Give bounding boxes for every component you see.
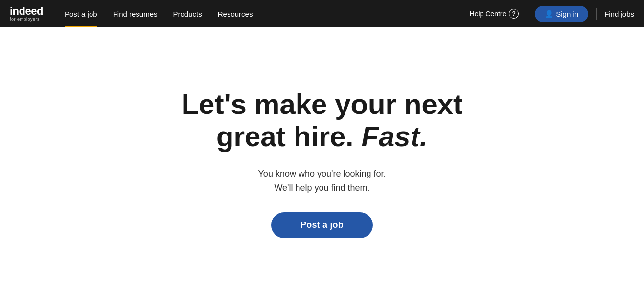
find-jobs-link[interactable]: Find jobs bbox=[604, 10, 634, 18]
divider bbox=[527, 8, 527, 20]
logo-sub: for employers bbox=[10, 17, 43, 22]
nav-link-products[interactable]: Products bbox=[165, 0, 210, 27]
help-centre-text: Help Centre bbox=[470, 10, 506, 18]
hero-subtitle-line2: We'll help you find them. bbox=[274, 183, 369, 193]
navbar-left: indeed for employers Post a job Find res… bbox=[10, 0, 260, 27]
post-job-button[interactable]: Post a job bbox=[271, 212, 373, 238]
nav-link-find-resumes[interactable]: Find resumes bbox=[105, 0, 165, 27]
help-icon: ? bbox=[509, 9, 519, 19]
person-icon: 👤 bbox=[545, 10, 553, 18]
navbar-right: Help Centre ? 👤 Sign in Find jobs bbox=[470, 6, 634, 22]
help-centre-link[interactable]: Help Centre ? bbox=[470, 9, 519, 19]
hero-subtitle-line1: You know who you're looking for. bbox=[258, 169, 386, 178]
divider-2 bbox=[596, 8, 597, 20]
hero-title-line2-normal: great hire. bbox=[216, 120, 353, 152]
logo-text: indeed bbox=[10, 6, 43, 17]
hero-section: Let's make your next great hire. Fast. Y… bbox=[0, 27, 644, 289]
nav-link-resources[interactable]: Resources bbox=[210, 0, 261, 27]
logo[interactable]: indeed for employers bbox=[10, 6, 43, 22]
hero-title-line1: Let's make your next bbox=[182, 88, 463, 120]
navbar: indeed for employers Post a job Find res… bbox=[0, 0, 644, 27]
hero-subtitle: You know who you're looking for. We'll h… bbox=[258, 167, 386, 195]
hero-title: Let's make your next great hire. Fast. bbox=[182, 88, 463, 153]
sign-in-button[interactable]: 👤 Sign in bbox=[535, 6, 588, 22]
nav-links: Post a job Find resumes Products Resourc… bbox=[57, 0, 261, 27]
hero-title-fast: Fast. bbox=[353, 120, 428, 152]
nav-link-post-a-job[interactable]: Post a job bbox=[57, 0, 105, 27]
sign-in-label: Sign in bbox=[556, 10, 578, 18]
